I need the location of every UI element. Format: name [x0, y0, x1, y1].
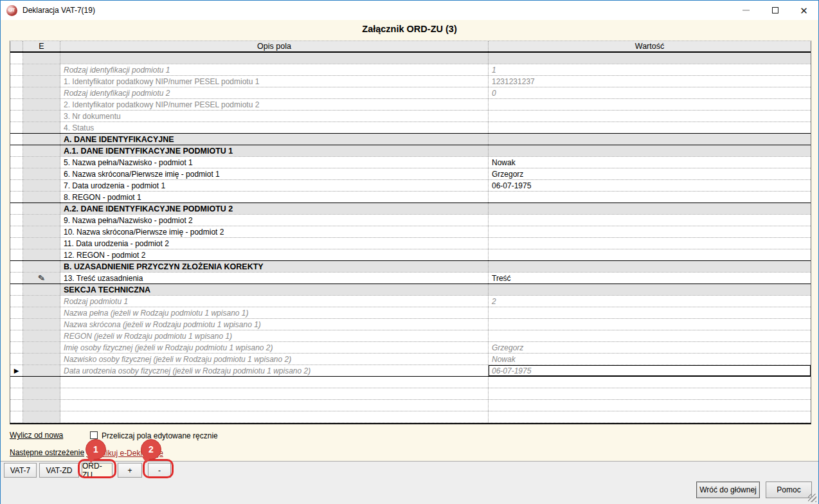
highlight-rect-ordzu-tab	[78, 459, 116, 478]
recalc-manual-checkbox[interactable]	[90, 431, 98, 439]
table-row[interactable]: Nazwa pełna (jeżeli w Rodzaju podmiotu 1…	[10, 307, 811, 319]
table-row[interactable]: 8. REGON - podmiot 1	[10, 192, 811, 203]
row-value-cell	[489, 400, 811, 411]
row-indicator-cell	[10, 377, 23, 388]
row-value-cell[interactable]: 1231231237	[489, 76, 811, 87]
table-row[interactable]: 5. Nazwa pełna/Nazwisko - podmiot 1Nowak	[10, 157, 811, 168]
row-label-cell[interactable]: Nazwa pełna (jeżeli w Rodzaju podmiotu 1…	[60, 307, 489, 318]
table-row[interactable]: Rodzaj identyfikacji podmiotu 11	[10, 64, 811, 76]
row-indicator-cell	[10, 53, 23, 64]
table-row[interactable]: Nazwa skrócona (jeżeli w Rodzaju podmiot…	[10, 319, 811, 330]
resize-grip[interactable]	[808, 494, 816, 502]
title-bar: GT Deklaracja VAT-7(19) ✕	[1, 1, 818, 20]
table-row[interactable]: 1. Identyfikator podatkowy NIP/numer PES…	[10, 76, 811, 87]
row-value-cell[interactable]	[489, 330, 811, 341]
tab-add[interactable]: +	[118, 463, 142, 478]
section-label-cell: A. DANE IDENTYFIKACYJNE	[60, 134, 489, 145]
row-label-cell[interactable]: Rodzaj podmiotu 1	[60, 296, 489, 307]
row-label-cell[interactable]: 11. Data urodzenia - podmiot 2	[60, 238, 489, 249]
table-row[interactable]: Nazwisko osoby fizycznej (jeżeli w Rodza…	[10, 354, 811, 365]
row-label-cell[interactable]: 5. Nazwa pełna/Nazwisko - podmiot 1	[60, 157, 489, 168]
row-value-cell[interactable]: Grzegorz	[489, 168, 811, 179]
row-label-cell[interactable]: Rodzaj identyfikacji podmiotu 1	[60, 64, 489, 75]
row-value-cell[interactable]	[489, 307, 811, 318]
table-row[interactable]: Imię osoby fizycznej (jeżeli w Rodzaju p…	[10, 342, 811, 354]
recalculate-link[interactable]: Wylicz od nowa	[10, 431, 63, 440]
table-row[interactable]: 11. Data urodzenia - podmiot 2	[10, 238, 811, 249]
row-label-cell[interactable]: Nazwisko osoby fizycznej (jeżeli w Rodza…	[60, 354, 489, 364]
table-row[interactable]: 9. Nazwa pełna/Nazwisko - podmiot 2	[10, 215, 811, 226]
next-warning-link[interactable]: Następne ostrzeżenie	[10, 448, 84, 457]
table-row[interactable]: 3. Nr dokumentu	[10, 111, 811, 122]
row-label-cell[interactable]: 3. Nr dokumentu	[60, 111, 489, 122]
edit-pencil-icon: ✎	[37, 273, 46, 282]
section-value-cell	[489, 145, 811, 156]
row-value-cell[interactable]: 06-07-1975	[489, 365, 811, 376]
close-button[interactable]: ✕	[789, 1, 818, 20]
row-value-cell[interactable]	[489, 215, 811, 226]
tab-vat-7[interactable]: VAT-7	[4, 463, 37, 478]
row-value-cell[interactable]: 2	[489, 296, 811, 307]
table-row[interactable]: ✎13. Treść uzasadnieniaTreść	[10, 273, 811, 284]
row-value-cell[interactable]: 0	[489, 87, 811, 98]
row-value-cell[interactable]: Nowak	[489, 354, 811, 364]
row-label-cell[interactable]: Imię osoby fizycznej (jeżeli w Rodzaju p…	[60, 342, 489, 353]
row-label-cell[interactable]: 12. REGON - podmiot 2	[60, 249, 489, 260]
table-row[interactable]: 10. Nazwa skrócona/Pierwsze imię - podmi…	[10, 226, 811, 238]
row-value-cell[interactable]	[489, 122, 811, 133]
row-indicator-cell	[10, 145, 23, 156]
row-label-cell[interactable]: 2. Identyfikator podatkowy NIP/numer PES…	[60, 99, 489, 110]
row-label-cell[interactable]: 9. Nazwa pełna/Nazwisko - podmiot 2	[60, 215, 489, 226]
blank-row	[10, 400, 811, 411]
help-button[interactable]: Pomoc	[766, 482, 812, 498]
row-indicator-cell	[10, 64, 23, 75]
row-label-cell	[60, 411, 489, 422]
section-value-cell	[489, 284, 811, 295]
row-value-cell[interactable]: 06-07-1975	[489, 180, 811, 191]
row-value-cell[interactable]	[489, 319, 811, 330]
row-value-cell[interactable]	[489, 192, 811, 203]
table-row[interactable]: 7. Data urodzenia - podmiot 106-07-1975	[10, 180, 811, 192]
recalc-manual-checkbox-label[interactable]: Przeliczaj pola edytowane ręcznie	[102, 431, 218, 440]
tab-vat-zd[interactable]: VAT-ZD	[39, 463, 79, 478]
row-e-cell	[23, 296, 60, 307]
row-value-cell[interactable]	[489, 249, 811, 260]
section-value-cell	[489, 53, 811, 64]
row-e-cell	[23, 411, 60, 422]
maximize-button[interactable]	[760, 1, 789, 20]
row-label-cell[interactable]: 1. Identyfikator podatkowy NIP/numer PES…	[60, 76, 489, 87]
section-header-row: A.1. DANE IDENTYFIKACYJNE PODMIOTU 1	[10, 145, 811, 157]
row-label-cell[interactable]: 6. Nazwa skrócona/Pierwsze imię - podmio…	[60, 168, 489, 179]
table-row[interactable]: 6. Nazwa skrócona/Pierwsze imię - podmio…	[10, 168, 811, 180]
row-label-cell[interactable]: Rodzaj identyfikacji podmiotu 2	[60, 87, 489, 98]
row-label-cell[interactable]: REGON (jeżeli w Rodzaju podmiotu 1 wpisa…	[60, 330, 489, 341]
table-row[interactable]: 2. Identyfikator podatkowy NIP/numer PES…	[10, 99, 811, 111]
row-value-cell[interactable]	[489, 99, 811, 110]
table-row[interactable]: REGON (jeżeli w Rodzaju podmiotu 1 wpisa…	[10, 330, 811, 342]
row-value-cell[interactable]	[489, 238, 811, 249]
row-e-cell	[23, 365, 60, 376]
row-value-cell[interactable]: Grzegorz	[489, 342, 811, 353]
table-row[interactable]: 12. REGON - podmiot 2	[10, 249, 811, 261]
bottom-panel: VAT-7VAT-ZDORD-ZU+- Wróć do głównej Pomo…	[1, 461, 818, 504]
row-value-cell[interactable]: 1	[489, 64, 811, 75]
row-label-cell[interactable]: 8. REGON - podmiot 1	[60, 192, 489, 203]
minimize-button[interactable]	[732, 1, 760, 20]
table-row[interactable]: Rodzaj podmiotu 12	[10, 296, 811, 307]
row-e-cell	[23, 342, 60, 353]
row-label-cell[interactable]: 7. Data urodzenia - podmiot 1	[60, 180, 489, 191]
table-row[interactable]: 4. Status	[10, 122, 811, 134]
row-label-cell[interactable]: 4. Status	[60, 122, 489, 133]
section-value-cell	[489, 203, 811, 214]
table-row[interactable]: Rodzaj identyfikacji podmiotu 20	[10, 87, 811, 99]
row-value-cell[interactable]	[489, 226, 811, 237]
table-row[interactable]: ▶Data urodzenia osoby fizycznej (jeżeli …	[10, 365, 811, 377]
row-label-cell[interactable]: 10. Nazwa skrócona/Pierwsze imię - podmi…	[60, 226, 489, 237]
row-label-cell[interactable]: Data urodzenia osoby fizycznej (jeżeli w…	[60, 365, 489, 376]
back-to-main-button[interactable]: Wróć do głównej	[696, 482, 760, 498]
row-label-cell[interactable]: 13. Treść uzasadnienia	[60, 273, 489, 284]
row-value-cell[interactable]	[489, 111, 811, 122]
row-label-cell[interactable]: Nazwa skrócona (jeżeli w Rodzaju podmiot…	[60, 319, 489, 330]
row-value-cell[interactable]: Treść	[489, 273, 811, 284]
row-value-cell[interactable]: Nowak	[489, 157, 811, 168]
